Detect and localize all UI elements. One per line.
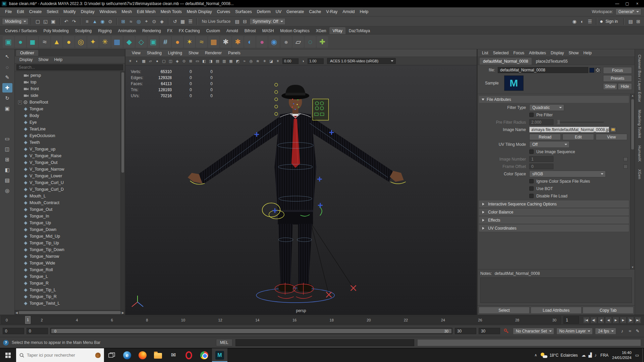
outliner-item-row[interactable]: Tongue_Wide: [15, 260, 120, 266]
select-button[interactable]: Select: [479, 307, 530, 314]
shelf-tab[interactable]: Poly Modeling: [40, 27, 71, 34]
minimize-button[interactable]: —: [612, 1, 622, 6]
shaded-spheres-icon[interactable]: ◉: [268, 36, 280, 48]
scrollbar-thumb[interactable]: [19, 311, 121, 314]
two-pane-layout[interactable]: ◫: [2, 144, 12, 154]
menu-item[interactable]: Create: [27, 8, 44, 15]
taskbar-app-chrome[interactable]: [197, 348, 212, 362]
scroll-down-arrow[interactable]: ▼: [631, 266, 634, 269]
poly-cylinder-icon[interactable]: ◼: [27, 36, 38, 48]
graph-editor-icon[interactable]: ≈: [626, 327, 634, 335]
character-model[interactable]: [125, 65, 477, 315]
no-live-surface-label[interactable]: No Live Surface: [200, 19, 232, 24]
node-name-field[interactable]: [498, 67, 588, 73]
search-highlight-violin-icon[interactable]: [95, 353, 101, 358]
exposure-icon[interactable]: ☀: [275, 58, 281, 64]
outliner-item-row[interactable]: TearLine: [15, 126, 120, 132]
selection-count-icon[interactable]: ⊟: [241, 18, 249, 25]
spine-controls[interactable]: [275, 83, 278, 115]
shelf-tab[interactable]: FX: [164, 27, 175, 34]
magnifier-tool[interactable]: ◎: [2, 186, 12, 195]
animation-end-field[interactable]: [479, 328, 500, 334]
color-space-dropdown[interactable]: sRGB: [529, 171, 606, 177]
scroll-right-arrow[interactable]: ▶: [122, 311, 124, 314]
make-live-icon[interactable]: ⊙: [151, 18, 158, 25]
shelf-tab[interactable]: Custom: [203, 27, 223, 34]
node-editor-icon[interactable]: ⊞: [635, 18, 642, 25]
xgen-icon[interactable]: ✚: [317, 36, 328, 48]
depth-of-field-icon[interactable]: ◪: [268, 58, 274, 64]
outliner-item-row[interactable]: Teeth: [15, 139, 120, 146]
xray-icon[interactable]: ◫: [167, 58, 174, 64]
menu-item[interactable]: File: [3, 8, 14, 15]
star-icon[interactable]: ✦: [87, 36, 99, 48]
ao-icon[interactable]: ◎: [248, 58, 254, 64]
sign-in-button[interactable]: ☻ Sign in: [599, 19, 621, 24]
range-slider-track[interactable]: 0 30: [50, 328, 452, 334]
material-sphere-icon[interactable]: ●: [256, 36, 268, 48]
outliner-item-row[interactable]: Tongue_Roll: [15, 266, 120, 273]
shelf-tab[interactable]: Motion Graphics: [277, 27, 312, 34]
animation-start-field[interactable]: [3, 328, 24, 334]
lasso-tool[interactable]: ◌: [2, 62, 12, 72]
shelf-tab[interactable]: XGen: [313, 27, 329, 34]
lighting-all-icon[interactable]: ☀: [127, 58, 133, 64]
menu-item[interactable]: Windows: [97, 8, 119, 15]
safe-title-icon[interactable]: ▦: [228, 58, 234, 64]
play-backward-button[interactable]: ◀: [605, 317, 612, 323]
maximize-button[interactable]: ▢: [622, 1, 632, 6]
option-checkbox[interactable]: [529, 194, 534, 198]
anim-preferences-icon[interactable]: ✎: [634, 327, 641, 335]
single-pane-layout[interactable]: ▭: [2, 134, 12, 143]
shelf-tab[interactable]: Arnold: [223, 27, 241, 34]
outliner-menu-item[interactable]: Show: [36, 57, 51, 63]
symmetry-dropdown[interactable]: Symmetry: Off: [250, 18, 285, 25]
render-settings-icon[interactable]: ☰: [586, 18, 594, 25]
uv-tiling-dropdown[interactable]: Off: [529, 141, 570, 148]
gear-icon[interactable]: ✱: [220, 36, 231, 48]
outliner-item-row[interactable]: Tongue_Twist_L: [15, 300, 120, 307]
option-checkbox[interactable]: [529, 186, 534, 191]
copy-tab-button[interactable]: Copy Tab: [583, 307, 634, 314]
anti-alias-icon[interactable]: ✳: [261, 58, 268, 64]
network-icon[interactable]: ▟: [589, 353, 592, 358]
render-frame-icon[interactable]: ◉: [571, 18, 578, 25]
viewport-menu-item[interactable]: Show: [185, 50, 202, 56]
shelf-tab[interactable]: FX Caching: [176, 27, 203, 34]
hidden-icons-chevron[interactable]: ∧: [534, 353, 537, 357]
attribute-editor-scrollbar[interactable]: ▲ ▼: [630, 94, 635, 269]
reload-button[interactable]: Reload: [529, 134, 561, 140]
open-scene-icon[interactable]: ◱: [42, 18, 49, 25]
connector-icon[interactable]: ▱: [292, 36, 304, 48]
snap-view-icon[interactable]: ◈: [158, 18, 166, 25]
texture-swatch-icon[interactable]: [589, 68, 594, 73]
outliner-item-row[interactable]: V_Tongue_Out: [15, 159, 120, 166]
step-forward-key-button[interactable]: |▶: [627, 317, 634, 323]
outliner-item-row[interactable]: Tongue_Narrow: [15, 253, 120, 260]
taskbar-weather[interactable]: 18°C Eclaircies: [541, 353, 578, 358]
attribute-editor-menu-item[interactable]: Attributes: [527, 50, 548, 56]
snap-point-icon[interactable]: ◎: [135, 18, 143, 25]
playback-end-field[interactable]: [455, 328, 476, 334]
task-view-button[interactable]: [104, 348, 119, 362]
textured-display-icon[interactable]: ▩: [141, 58, 147, 64]
outliner-item-row[interactable]: Tongue_Tip_Down: [15, 246, 120, 253]
outliner-camera-row[interactable]: persp: [15, 72, 120, 79]
field-chart-icon[interactable]: ▤: [214, 58, 221, 64]
outliner-item-row[interactable]: Tongue_Up: [15, 220, 120, 226]
onedrive-icon[interactable]: ☁: [582, 353, 586, 358]
attribute-editor-menu-item[interactable]: Focus: [511, 50, 527, 56]
viewport-menu-item[interactable]: Panels: [225, 50, 244, 56]
view-button[interactable]: View: [596, 134, 627, 140]
taskbar-app-edge[interactable]: e: [119, 348, 135, 362]
input-connections-icon[interactable]: ▦: [179, 18, 186, 25]
select-mask-icon[interactable]: ⊙: [107, 18, 114, 25]
output-connections-icon[interactable]: ☰: [187, 18, 194, 25]
scrollbar-thumb[interactable]: [631, 99, 634, 149]
redo-icon[interactable]: ↷: [70, 18, 78, 25]
current-frame-field[interactable]: [564, 316, 579, 324]
shelf-tab[interactable]: Rendering: [139, 27, 164, 34]
hip-control[interactable]: [262, 203, 280, 217]
scroll-up-arrow[interactable]: ▲: [631, 94, 634, 97]
utility-icon[interactable]: ✶: [184, 36, 195, 48]
